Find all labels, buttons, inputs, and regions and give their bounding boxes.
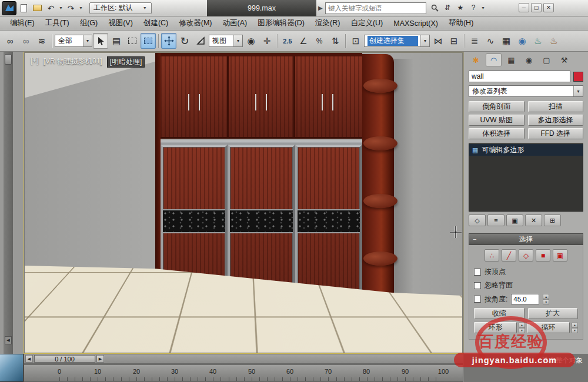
communication-center-button[interactable]: ⇵ <box>442 2 453 14</box>
menu-animation[interactable]: 动画(A) <box>217 16 252 30</box>
sliding-door-left[interactable] <box>161 145 228 322</box>
tab-display[interactable]: ▢ <box>539 53 554 66</box>
layer-manager-button[interactable]: ≣ <box>467 33 482 49</box>
angle-snap-button[interactable]: ∠ <box>296 33 311 49</box>
select-object-button[interactable] <box>93 33 108 49</box>
bind-to-spacewarp-button[interactable]: ≋ <box>34 33 49 49</box>
ffd-select-button[interactable]: FFD 选择 <box>528 128 584 139</box>
configure-modifier-sets-button[interactable]: ⊞ <box>544 215 561 226</box>
show-end-result-button[interactable]: ≡ <box>487 215 505 226</box>
menu-help[interactable]: 帮助(H) <box>443 16 479 30</box>
menu-modifiers[interactable]: 修改器(M) <box>173 16 217 30</box>
ignore-backfacing-checkbox[interactable] <box>474 282 481 289</box>
menu-edit[interactable]: 编辑(E) <box>5 16 40 30</box>
spinner-down-icon[interactable]: ▼ <box>543 299 549 304</box>
help-button[interactable]: ? <box>467 2 479 14</box>
sliding-door-middle[interactable] <box>228 145 295 322</box>
vol-select-button[interactable]: 体积选择 <box>469 128 524 139</box>
reference-coordinate-combo[interactable]: 视图 ▾ <box>209 35 243 47</box>
menu-views[interactable]: 视图(V) <box>103 16 138 30</box>
by-angle-checkbox[interactable] <box>474 296 481 303</box>
tab-utilities[interactable]: ⚒ <box>556 53 572 66</box>
mini-viewport-thumbnail[interactable] <box>0 354 24 382</box>
tab-motion[interactable]: ◉ <box>521 53 537 66</box>
spinner-snap-button[interactable]: ⇅ <box>328 33 343 49</box>
use-pivot-center-button[interactable]: ◉ <box>243 33 259 49</box>
minimize-button[interactable]: ─ <box>519 3 529 12</box>
align-button[interactable]: ⊟ <box>446 33 462 49</box>
rectangular-selection-region-button[interactable] <box>125 33 140 49</box>
curve-editor-button[interactable]: ∿ <box>483 33 498 49</box>
undo-button[interactable]: ↶ <box>45 2 57 15</box>
percent-snap-button[interactable]: % <box>312 33 327 49</box>
vertex-mode-button[interactable]: ∴ <box>485 249 499 262</box>
shrink-button[interactable]: 收缩 <box>474 308 524 319</box>
viewport[interactable]: [+] [VR 物理摄影机01] [明暗处理] Z Y x <box>24 52 463 354</box>
select-and-link-button[interactable]: ∞ <box>2 33 18 49</box>
app-logo-button[interactable] <box>2 1 16 15</box>
scene-3d[interactable]: [+] [VR 物理摄影机01] [明暗处理] Z Y x <box>25 53 462 353</box>
sweep-button[interactable]: 扫描 <box>528 101 584 112</box>
tab-modify[interactable]: ◠ <box>486 53 502 66</box>
search-arrow-icon[interactable]: ▶ <box>318 5 323 11</box>
select-by-name-button[interactable]: ▤ <box>109 33 124 49</box>
sliding-door-right[interactable] <box>295 145 362 322</box>
favorites-button[interactable]: ★ <box>455 2 466 14</box>
tab-create[interactable]: ✱ <box>468 53 484 66</box>
menu-graph-editors[interactable]: 图形编辑器(D) <box>252 16 310 30</box>
menu-tools[interactable]: 工具(T) <box>40 16 75 30</box>
new-file-button[interactable] <box>18 2 30 15</box>
menu-maxscript[interactable]: MAXScript(X) <box>388 16 443 30</box>
render-production-button[interactable]: ♨ <box>546 33 562 49</box>
mirror-button[interactable]: ⋈ <box>430 33 446 49</box>
select-and-scale-button[interactable] <box>193 33 208 49</box>
polygon-mode-button[interactable]: ■ <box>536 249 550 262</box>
search-go-button[interactable] <box>429 2 440 14</box>
window-crossing-toggle[interactable] <box>141 33 156 49</box>
by-vertex-checkbox[interactable] <box>474 269 481 276</box>
select-and-manipulate-button[interactable]: ✛ <box>259 33 275 49</box>
menu-rendering[interactable]: 渲染(R) <box>310 16 345 30</box>
workspace-selector[interactable]: 工作区: 默认 ▾ <box>89 2 152 14</box>
track-bar[interactable]: 0 10 20 30 40 50 60 70 80 90 100 <box>24 364 463 382</box>
named-selection-combo[interactable]: 创建选择集 ▾ <box>364 35 430 47</box>
menu-customize[interactable]: 自定义(U) <box>345 16 388 30</box>
viewport-tab-button[interactable] <box>5 54 12 65</box>
object-name-field[interactable] <box>469 71 570 82</box>
redo-dropdown[interactable]: ▾ <box>78 5 83 11</box>
selection-rollout-header[interactable]: − 选择 <box>469 233 583 245</box>
tab-hierarchy[interactable]: ▦ <box>503 53 519 66</box>
edge-mode-button[interactable]: ╱ <box>502 249 516 262</box>
maximize-button[interactable]: ▢ <box>531 3 542 12</box>
angle-value-field[interactable] <box>511 294 539 304</box>
modifier-list-dropdown[interactable]: 修改器列表 ▾ <box>469 85 583 97</box>
loop-button[interactable]: 循环 <box>527 322 570 333</box>
menu-group[interactable]: 组(G) <box>75 16 103 30</box>
search-input[interactable] <box>328 5 423 12</box>
stack-item-editable-poly[interactable]: ▦ 可编辑多边形 <box>469 144 583 156</box>
viewport-camera-label[interactable]: [VR 物理摄影机01] <box>44 56 102 68</box>
wardrobe-model[interactable] <box>155 53 394 329</box>
loop-spinner[interactable]: ▲▼ <box>572 323 578 333</box>
ring-spinner[interactable]: ▲▼ <box>519 323 525 333</box>
next-frame-button[interactable]: ▶ <box>96 355 104 363</box>
close-button[interactable]: ✕ <box>543 3 554 12</box>
help-dropdown[interactable]: ▾ <box>480 5 486 11</box>
poly-select-button[interactable]: 多边形选择 <box>528 115 584 126</box>
unlink-selection-button[interactable]: ∞ <box>18 33 34 49</box>
menu-create[interactable]: 创建(C) <box>138 16 173 30</box>
element-mode-button[interactable]: ▣ <box>553 249 567 262</box>
angle-spinner[interactable]: ▲ ▼ <box>543 294 549 304</box>
spinner-up-icon[interactable]: ▲ <box>543 294 549 299</box>
previous-frame-button[interactable]: ◀ <box>25 355 33 363</box>
ring-button[interactable]: 环形 <box>474 322 517 333</box>
make-unique-button[interactable]: ▣ <box>506 215 523 226</box>
uvw-map-button[interactable]: UVW 贴图 <box>469 115 524 126</box>
render-setup-button[interactable]: ♨ <box>530 33 546 49</box>
strip-expand-button[interactable]: ◀ <box>5 336 12 344</box>
bevel-profile-button[interactable]: 倒角剖面 <box>469 101 524 112</box>
open-file-button[interactable] <box>31 2 44 15</box>
viewport-menu-plus[interactable]: [+] <box>31 56 39 68</box>
edit-named-selections-button[interactable]: ⊡ <box>348 33 363 49</box>
undo-dropdown[interactable]: ▾ <box>58 5 64 11</box>
